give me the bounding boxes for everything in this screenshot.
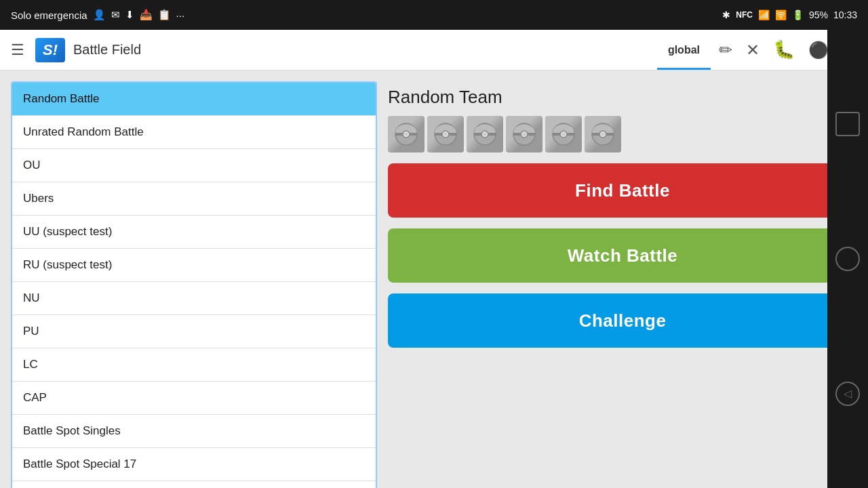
svg-point-15 (523, 133, 526, 136)
battle-list-item[interactable]: Battle Spot Singles (12, 415, 376, 448)
pokeball-icon-1 (394, 122, 418, 146)
pokemon-slot-6 (585, 116, 621, 152)
main-content: Random BattleUnrated Random BattleOUUber… (0, 70, 868, 488)
pokemon-slot-2 (427, 116, 464, 152)
menu-icon[interactable]: ☰ (8, 39, 27, 62)
battle-list-item[interactable]: PU (12, 315, 376, 348)
battle-list-item[interactable]: OU (12, 149, 376, 182)
toolbar-title: Battle Field (73, 42, 649, 58)
battle-list-item[interactable]: CAP (12, 382, 376, 415)
nfc-icon: NFC (736, 10, 753, 20)
pokemon-slots (388, 116, 857, 152)
battery-percent: 95% (809, 9, 828, 20)
svg-point-11 (484, 133, 487, 136)
battle-list-item[interactable]: Battle Spot Special 17 (12, 448, 376, 481)
signal-icon: 📶 (758, 9, 770, 20)
app-wrapper: ☰ S! Battle Field global ✏ ✕ 🐛 ⚫ ⋮ Rando… (0, 30, 868, 488)
battle-list-item[interactable]: Random Battle (12, 83, 376, 116)
pokemon-slot-5 (545, 116, 582, 152)
svg-point-3 (405, 133, 408, 136)
battle-list-container: Random BattleUnrated Random BattleOUUber… (11, 81, 377, 488)
status-left: Solo emergencia 👤 ✉ ⬇ 📥 📋 ··· (11, 9, 184, 21)
pokeball-icon-6 (591, 122, 615, 146)
edit-icon[interactable]: ✏ (719, 41, 732, 60)
battle-list-item[interactable]: UU (suspect test) (12, 216, 376, 249)
square-nav-button[interactable] (835, 112, 860, 136)
watch-battle-button[interactable]: Watch Battle (388, 228, 857, 283)
svg-point-23 (601, 133, 605, 136)
battle-list-item[interactable]: LC (12, 348, 376, 382)
status-bar: Solo emergencia 👤 ✉ ⬇ 📥 📋 ··· ✱ NFC 📶 🛜 … (0, 0, 868, 30)
battle-list-item[interactable]: RU (suspect test) (12, 249, 376, 282)
right-panel: Random Team (388, 81, 857, 488)
app-name-status: Solo emergencia (11, 9, 87, 21)
wifi-icon: 🛜 (775, 9, 787, 20)
svg-point-19 (562, 133, 566, 136)
more-icon-status: ··· (176, 9, 185, 21)
debug-icon[interactable]: 🐛 (773, 39, 795, 60)
random-team-title: Random Team (388, 87, 857, 108)
inbox-icon: 📥 (140, 9, 153, 21)
pokemon-slot-1 (388, 116, 425, 152)
back-nav-button[interactable]: ◁ (835, 382, 860, 406)
battle-list-item[interactable]: NU (12, 282, 376, 315)
battle-list: Random BattleUnrated Random BattleOUUber… (12, 83, 376, 488)
pokeball-icon-3 (473, 122, 497, 146)
tab-global[interactable]: global (657, 30, 711, 70)
find-battle-button[interactable]: Find Battle (388, 163, 857, 218)
app-logo: S! (35, 38, 65, 62)
battle-list-item[interactable]: Ubers (12, 182, 376, 216)
pokemon-slot-4 (506, 116, 542, 152)
download-icon: ⬇ (125, 9, 134, 21)
clock: 10:33 (833, 9, 857, 20)
pokemon-slot-3 (467, 116, 503, 152)
pokeball-toolbar-icon[interactable]: ⚫ (808, 41, 829, 60)
close-icon[interactable]: ✕ (746, 41, 760, 60)
clipboard-icon: 📋 (158, 9, 171, 21)
battery-icon: 🔋 (792, 9, 804, 20)
svg-point-7 (444, 133, 448, 136)
pokeball-icon-4 (512, 122, 536, 146)
nav-buttons-panel: ◁ (827, 30, 868, 488)
mail-icon: ✉ (111, 9, 120, 21)
status-right: ✱ NFC 📶 🛜 🔋 95% 10:33 (722, 9, 857, 20)
person-icon: 👤 (93, 9, 106, 21)
pokeball-icon-5 (551, 122, 576, 146)
bluetooth-icon: ✱ (722, 9, 730, 20)
random-team-section: Random Team (388, 87, 857, 152)
battle-list-item[interactable]: Random Doubles Battle (12, 481, 376, 488)
toolbar: ☰ S! Battle Field global ✏ ✕ 🐛 ⚫ ⋮ (0, 30, 868, 70)
battle-list-item[interactable]: Unrated Random Battle (12, 116, 376, 149)
challenge-button[interactable]: Challenge (388, 293, 857, 348)
pokeball-icon-2 (433, 122, 458, 146)
circle-nav-button[interactable] (835, 247, 860, 271)
